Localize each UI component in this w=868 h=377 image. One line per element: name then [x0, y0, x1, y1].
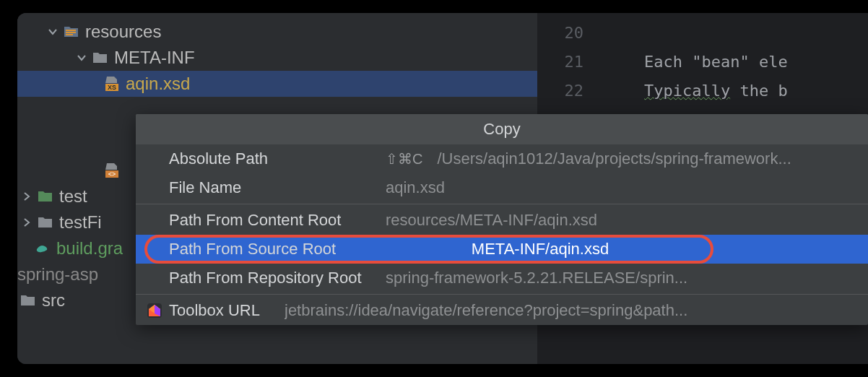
menu-label: Toolbox URL: [169, 301, 285, 320]
folder-icon: [92, 51, 108, 64]
toolbox-icon: [146, 302, 163, 319]
menu-value: spring-framework-5.2.21.RELEASE/sprin...: [386, 269, 854, 287]
tree-label: src: [42, 290, 65, 311]
line-number: 21: [537, 48, 583, 77]
menu-title: Copy: [136, 114, 868, 144]
menu-item-file-name[interactable]: File Name aqin.xsd: [136, 173, 868, 202]
code-file-icon: <>: [104, 163, 120, 178]
chevron-right-icon: [20, 216, 33, 229]
chevron-right-icon: [20, 190, 33, 203]
menu-item-content-root[interactable]: Path From Content Root resources/META-IN…: [136, 206, 868, 235]
menu-separator: [136, 294, 868, 295]
menu-label: Path From Content Root: [169, 211, 386, 230]
svg-rect-0: [66, 30, 76, 31]
menu-label: File Name: [169, 178, 386, 197]
test-folder-icon: [38, 190, 53, 203]
tree-item-aqin-xsd[interactable]: XS aqin.xsd: [17, 71, 537, 97]
menu-separator: [136, 204, 868, 204]
tree-label: aqin.xsd: [126, 74, 190, 94]
line-number: 20: [537, 19, 583, 48]
copy-context-menu: Copy Absolute Path ⇧⌘C /Users/aqin1012/J…: [136, 114, 868, 325]
tree-item-resources[interactable]: resources: [17, 19, 537, 45]
menu-label: Absolute Path: [169, 150, 386, 168]
tree-label: spring-asp: [17, 264, 98, 285]
code-line: Each "bean" ele: [644, 48, 868, 77]
menu-value: aqin.xsd: [386, 178, 854, 197]
tree-label: META-INF: [114, 48, 195, 68]
line-number: 22: [537, 77, 583, 105]
menu-item-repository-root[interactable]: Path From Repository Root spring-framewo…: [136, 264, 868, 292]
menu-item-source-root[interactable]: Path From Source Root META-INF/aqin.xsd: [136, 235, 868, 264]
svg-text:<>: <>: [108, 170, 116, 178]
menu-shortcut: ⇧⌘C: [386, 150, 422, 168]
tree-label: build.gra: [56, 238, 123, 259]
menu-value: /Users/aqin1012/Java/projects/spring-fra…: [437, 150, 854, 168]
svg-rect-2: [66, 34, 73, 35]
menu-label: Path From Repository Root: [169, 269, 386, 287]
tree-label: testFi: [59, 212, 102, 233]
menu-value: resources/META-INF/aqin.xsd: [386, 211, 854, 230]
menu-item-absolute-path[interactable]: Absolute Path ⇧⌘C /Users/aqin1012/Java/p…: [136, 144, 868, 173]
chevron-down-icon: [46, 25, 59, 38]
menu-value: META-INF/aqin.xsd: [386, 240, 854, 259]
code-line: Typically the b: [644, 77, 868, 105]
tree-label: resources: [85, 22, 161, 42]
gradle-icon: [35, 241, 51, 256]
menu-value: jetbrains://idea/navigate/reference?proj…: [285, 301, 854, 320]
menu-item-toolbox-url[interactable]: Toolbox URL jetbrains://idea/navigate/re…: [136, 296, 868, 325]
resources-folder-icon: [64, 25, 79, 38]
menu-label: Path From Source Root: [169, 240, 386, 259]
svg-text:XS: XS: [108, 84, 116, 91]
svg-rect-1: [66, 32, 76, 33]
chevron-down-icon: [75, 51, 88, 64]
folder-icon: [20, 294, 36, 307]
tree-item-meta-inf[interactable]: META-INF: [17, 45, 537, 71]
tree-label: test: [59, 186, 87, 207]
xsd-file-icon: XS: [104, 77, 120, 91]
folder-icon: [38, 216, 53, 229]
